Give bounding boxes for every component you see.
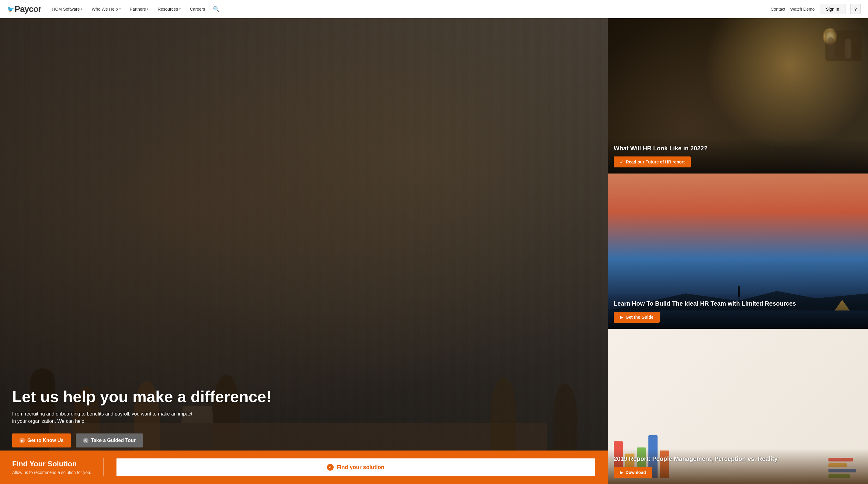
card-title-report: 2019 Report: People Management, Percepti… xyxy=(614,455,862,463)
card-content-hr-team: Learn How To Build The Ideal HR Team wit… xyxy=(608,293,868,329)
help-button[interactable]: ? xyxy=(850,4,861,14)
find-solution-text: Find Your Solution Allow us to recommend… xyxy=(12,460,91,475)
divider xyxy=(103,458,104,476)
navbar-right: Contact Watch Demo Sign In ? xyxy=(771,4,861,14)
sidebar-card-hr-team: Learn How To Build The Ideal HR Team wit… xyxy=(608,173,868,329)
watch-demo-link[interactable]: Watch Demo xyxy=(790,7,814,11)
play-icon-download: ▶ xyxy=(620,470,623,475)
hero-section: Let us help you make a difference! From … xyxy=(0,18,608,484)
card-content-hr2022: What Will HR Look Like in 2022? ✓ Read o… xyxy=(608,138,868,173)
hero-buttons: Get to Know Us Take a Guided Tour xyxy=(12,433,595,448)
compass-icon xyxy=(83,438,89,443)
navbar: 🐦 Paycor HCM Software ▾ Who We Help ▾ Pa… xyxy=(0,0,868,18)
find-solution-button[interactable]: ✓ Find your solution xyxy=(116,458,595,477)
play-icon: ▶ xyxy=(620,315,623,320)
check-icon: ✓ xyxy=(620,160,623,164)
find-solution-description: Allow us to recommend a solution for you… xyxy=(12,470,91,475)
nav-partners[interactable]: Partners ▾ xyxy=(126,4,152,14)
nav-resources[interactable]: Resources ▾ xyxy=(154,4,184,14)
chevron-down-icon: ▾ xyxy=(119,7,121,11)
logo-bird: 🐦 xyxy=(7,6,14,12)
contact-link[interactable]: Contact xyxy=(771,7,785,11)
nav-hcm-software[interactable]: HCM Software ▾ xyxy=(49,4,86,14)
nav-who-we-help[interactable]: Who We Help ▾ xyxy=(88,4,124,14)
nav-links: HCM Software ▾ Who We Help ▾ Partners ▾ … xyxy=(49,3,771,15)
chevron-down-icon: ▾ xyxy=(81,7,83,11)
logo[interactable]: 🐦 Paycor xyxy=(7,4,41,14)
main-wrapper: Let us help you make a difference! From … xyxy=(0,18,868,484)
get-guide-button[interactable]: ▶ Get the Guide xyxy=(614,312,660,323)
right-sidebar: What Will HR Look Like in 2022? ✓ Read o… xyxy=(608,18,868,484)
sidebar-card-hr2022: What Will HR Look Like in 2022? ✓ Read o… xyxy=(608,18,868,173)
card-title-hr-team: Learn How To Build The Ideal HR Team wit… xyxy=(614,300,862,308)
nav-careers[interactable]: Careers xyxy=(186,4,209,14)
hero-title: Let us help you make a difference! xyxy=(12,388,595,405)
find-solution-heading: Find Your Solution xyxy=(12,460,91,468)
take-guided-tour-button[interactable]: Take a Guided Tour xyxy=(76,433,143,448)
card-content-report: 2019 Report: People Management, Percepti… xyxy=(608,449,868,484)
logo-text: Paycor xyxy=(14,4,41,14)
play-icon xyxy=(20,438,25,443)
chevron-down-icon: ▾ xyxy=(179,7,181,11)
get-to-know-us-button[interactable]: Get to Know Us xyxy=(12,433,71,448)
card-title-hr2022: What Will HR Look Like in 2022? xyxy=(614,144,862,152)
card-people xyxy=(826,30,862,61)
download-button[interactable]: ▶ Download xyxy=(614,467,652,478)
search-icon[interactable]: 🔍 xyxy=(211,3,222,15)
read-hr-report-button[interactable]: ✓ Read our Future of HR report xyxy=(614,156,691,167)
signin-button[interactable]: Sign In xyxy=(819,4,846,14)
chevron-down-icon: ▾ xyxy=(147,7,148,11)
hero-content: Let us help you make a difference! From … xyxy=(12,388,595,448)
check-circle-icon: ✓ xyxy=(327,464,334,471)
find-solution-bar: Find Your Solution Allow us to recommend… xyxy=(0,451,608,484)
hero-subtitle: From recruiting and onboarding to benefi… xyxy=(12,410,195,425)
sidebar-card-report: 2019 Report: People Management, Percepti… xyxy=(608,329,868,484)
